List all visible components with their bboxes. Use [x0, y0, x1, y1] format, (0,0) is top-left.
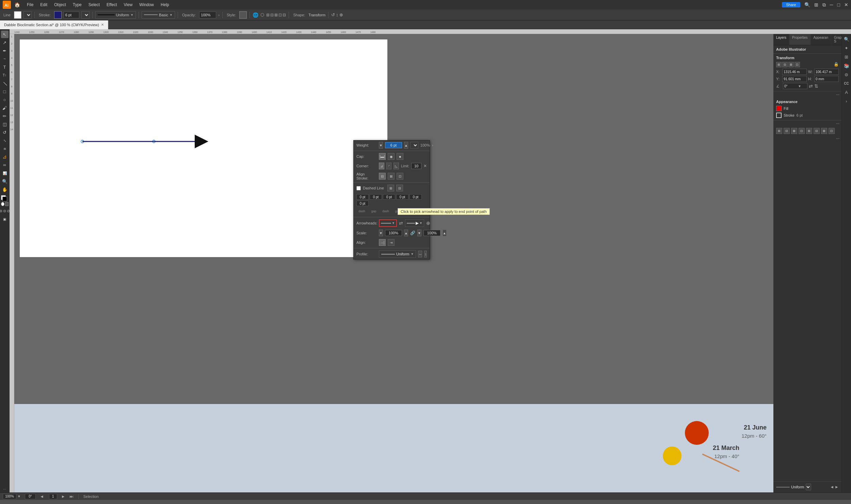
- canvas-container[interactable]: 21 June 12pm - 60° 21 March 12pm - 40°: [14, 34, 773, 492]
- expand-icon[interactable]: ⊕: [339, 12, 343, 17]
- gap3-input[interactable]: [356, 201, 369, 206]
- panel-expand-right[interactable]: ›: [843, 97, 850, 105]
- color-fill[interactable]: [1, 195, 9, 201]
- appear-section-menu-btn[interactable]: ···: [773, 120, 841, 127]
- none-swatch[interactable]: [1, 202, 9, 207]
- weight-unit-select[interactable]: ▼: [410, 142, 418, 149]
- reflect-v-btn[interactable]: ⇅: [814, 83, 818, 89]
- section3-menu-btn[interactable]: ···: [773, 135, 841, 141]
- home-icon[interactable]: 🏠: [14, 2, 20, 7]
- tab-graphics[interactable]: Graphic S: [831, 34, 841, 45]
- zoom-tool[interactable]: 🔍: [1, 178, 9, 185]
- page-input[interactable]: [49, 494, 57, 499]
- stroke-type-select[interactable]: ▼: [81, 11, 90, 19]
- limit-input[interactable]: [411, 163, 421, 169]
- menu-edit[interactable]: Edit: [37, 2, 50, 8]
- perspective-icon[interactable]: ⬡: [260, 12, 264, 17]
- globe-icon[interactable]: 🌐: [253, 12, 258, 18]
- reflect-h-btn[interactable]: ⇄: [809, 83, 813, 89]
- profile-flip-h-btn[interactable]: ↔: [418, 251, 422, 257]
- menu-type[interactable]: Type: [70, 2, 84, 8]
- layout-icon[interactable]: ⊞: [814, 2, 818, 7]
- stroke-box-appear[interactable]: [776, 113, 782, 118]
- minimize-icon[interactable]: ─: [830, 2, 833, 7]
- t-icon2[interactable]: ⊟: [782, 62, 788, 67]
- align-center-btn[interactable]: ⊟: [379, 173, 386, 180]
- scale-start-up[interactable]: ▲: [404, 230, 408, 236]
- close-icon[interactable]: ✕: [844, 2, 848, 7]
- document-tab[interactable]: Dabble Bioclimatic Section.ai* @ 100 % (…: [0, 20, 108, 29]
- width-tool[interactable]: ⊿: [1, 153, 9, 161]
- more-tools-btn[interactable]: ···: [3, 487, 6, 491]
- dash3-input[interactable]: [410, 194, 422, 200]
- profile-next-btn[interactable]: ►: [835, 485, 839, 489]
- dash1-input[interactable]: [356, 194, 369, 200]
- nav-next-btn[interactable]: ►: [61, 494, 65, 499]
- w-input[interactable]: [814, 69, 839, 75]
- blend-tool[interactable]: ∞: [1, 161, 9, 169]
- creative-icon[interactable]: ✦: [843, 44, 850, 52]
- scale-end-down[interactable]: ▼: [417, 230, 421, 236]
- align-vb-btn[interactable]: ⊟: [814, 128, 820, 134]
- warp-tool[interactable]: ≋: [1, 145, 9, 152]
- corner-round-btn[interactable]: ◜: [386, 163, 392, 169]
- opacity-input[interactable]: [199, 12, 216, 18]
- nav-last-btn[interactable]: ⏭: [69, 494, 74, 499]
- dist-h-btn[interactable]: ⊠: [821, 128, 827, 134]
- stroke-width-input[interactable]: [64, 12, 79, 18]
- x-input[interactable]: [782, 69, 807, 75]
- align-hc-btn[interactable]: ⊟: [784, 128, 790, 134]
- align-center-icon[interactable]: ⊟: [270, 13, 274, 17]
- layer-panel-icon[interactable]: ⊞: [843, 53, 850, 61]
- tab-appearance[interactable]: Appearan: [811, 34, 831, 45]
- artboard-tool[interactable]: ▣: [1, 215, 9, 223]
- angle-input[interactable]: [784, 84, 798, 88]
- menu-object[interactable]: Object: [51, 2, 69, 8]
- align-vc-btn[interactable]: ⊞: [806, 128, 812, 134]
- arrowhead-start-container[interactable]: ▼: [379, 219, 397, 227]
- y-input[interactable]: [782, 76, 807, 82]
- transform-link-icon[interactable]: 🔒: [834, 62, 839, 67]
- weight-up-btn[interactable]: ▲: [404, 142, 408, 149]
- align-right-icon[interactable]: ⊠: [274, 13, 278, 17]
- fill-swatch[interactable]: [14, 11, 21, 19]
- arrowhead-options-icon[interactable]: ⊕: [426, 220, 430, 226]
- dash2-input[interactable]: [383, 194, 395, 200]
- align-inside-btn[interactable]: ⊠: [388, 173, 395, 180]
- h-input[interactable]: [814, 76, 839, 82]
- library-icon[interactable]: 📚: [843, 62, 850, 69]
- arrange-icon[interactable]: ⧉: [822, 2, 826, 8]
- pen-tool[interactable]: ✒: [1, 47, 9, 54]
- font-icon[interactable]: A: [843, 88, 850, 96]
- angle-expand-btn[interactable]: ▼: [798, 84, 801, 88]
- profile-flip-v-btn[interactable]: ↕: [424, 251, 427, 257]
- search-icon[interactable]: 🔍: [804, 2, 810, 7]
- align-arrow-path-btn[interactable]: →|: [379, 239, 386, 246]
- selection-tool[interactable]: ↖: [1, 31, 9, 38]
- menu-effect[interactable]: Effect: [104, 2, 119, 8]
- scale-end-up[interactable]: ▲: [443, 230, 447, 236]
- tab-close-btn[interactable]: ✕: [101, 23, 104, 27]
- cap-butt-btn[interactable]: |▬|: [379, 153, 386, 160]
- profile-preview-container[interactable]: Uniform ▼: [379, 250, 416, 258]
- touch-type-tool[interactable]: T↑: [1, 71, 9, 79]
- arrowhead-end-container[interactable]: ▶ ▼: [405, 219, 424, 227]
- angle-status-input[interactable]: [25, 494, 36, 499]
- gradient-icon[interactable]: ⊜: [3, 209, 6, 213]
- weight-input[interactable]: [385, 142, 402, 148]
- chart-tool[interactable]: 📊: [1, 169, 9, 177]
- corner-miter-btn[interactable]: ⊿: [379, 163, 384, 169]
- hand-tool[interactable]: ✋: [1, 186, 9, 193]
- align-arrow-end-btn[interactable]: ⇥: [388, 239, 395, 246]
- property-icon[interactable]: ⊜: [843, 71, 850, 78]
- zoom-input[interactable]: [3, 494, 16, 499]
- t-icon4[interactable]: ⊡: [794, 62, 800, 67]
- share-button[interactable]: Share: [782, 2, 800, 7]
- weight-expand-btn[interactable]: ›: [432, 144, 433, 147]
- style-swatch[interactable]: [239, 11, 247, 19]
- align-vt-btn[interactable]: ⊡: [799, 128, 805, 134]
- nav-prev-btn[interactable]: ◄: [40, 494, 44, 499]
- stroke-color-swatch[interactable]: [54, 11, 62, 19]
- dashed-style2-btn[interactable]: ⊟: [396, 185, 403, 191]
- corner-bevel-btn[interactable]: ◺: [394, 163, 399, 169]
